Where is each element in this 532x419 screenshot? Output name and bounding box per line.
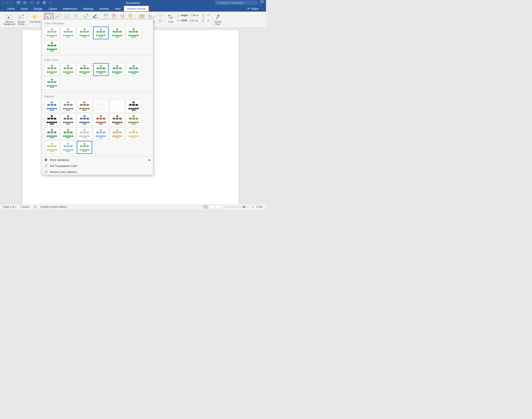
saturation-thumb[interactable] bbox=[44, 40, 59, 53]
wrap-text-button[interactable]: ▾ bbox=[111, 13, 118, 19]
picture-color-options-item[interactable]: Picture Color Options... bbox=[42, 169, 153, 175]
tone-thumb[interactable] bbox=[61, 63, 76, 76]
change-picture-button[interactable]: Change Picture bbox=[17, 13, 26, 26]
saturation-thumb[interactable] bbox=[61, 27, 76, 39]
tab-review[interactable]: Review bbox=[97, 6, 112, 12]
search-input[interactable]: Search in Document bbox=[215, 1, 258, 5]
rotate-button[interactable]: ▾ bbox=[157, 19, 164, 23]
tone-thumb[interactable] bbox=[126, 63, 141, 76]
artistic-effects-button[interactable]: ▾ bbox=[54, 13, 63, 19]
recolor-thumb[interactable] bbox=[77, 127, 92, 140]
format-pane-button[interactable]: Format Pane bbox=[214, 13, 222, 26]
zoom-slider[interactable] bbox=[228, 207, 249, 207]
zoom-out-button[interactable]: − bbox=[222, 205, 226, 209]
recolor-thumb[interactable] bbox=[44, 114, 59, 126]
crop-button[interactable]: ▾ Crop bbox=[167, 13, 175, 24]
maximize-window-button[interactable] bbox=[10, 2, 12, 4]
svg-point-29 bbox=[49, 15, 50, 16]
corrections-button[interactable]: ▾ Corrections bbox=[29, 13, 41, 24]
tab-home[interactable]: Home bbox=[4, 6, 18, 12]
autosave-icon[interactable] bbox=[17, 1, 20, 5]
page-indicator[interactable]: Page 1 of 1 bbox=[3, 205, 16, 209]
group-button[interactable]: ▾ bbox=[157, 14, 164, 18]
svg-rect-454 bbox=[67, 129, 69, 131]
svg-rect-450 bbox=[53, 135, 55, 137]
set-transparent-color-item[interactable]: Set Transparent Color bbox=[42, 163, 153, 169]
recolor-thumb[interactable] bbox=[93, 100, 108, 112]
language-indicator[interactable]: English (United States) bbox=[40, 205, 67, 209]
recolor-thumb[interactable] bbox=[44, 141, 59, 154]
customize-qat-icon[interactable]: ▾ bbox=[49, 1, 53, 5]
height-input[interactable] bbox=[189, 13, 201, 17]
print-layout-view-button[interactable] bbox=[203, 205, 208, 209]
recolor-thumb[interactable] bbox=[61, 141, 76, 154]
picture-border-button[interactable]: ▾ bbox=[91, 13, 100, 19]
tone-thumb[interactable] bbox=[44, 63, 59, 76]
tab-mailings[interactable]: Mailings bbox=[80, 6, 97, 12]
undo-icon[interactable]: ▾ bbox=[29, 1, 33, 5]
word-count[interactable]: 3 words bbox=[20, 205, 29, 209]
recolor-thumb[interactable] bbox=[126, 114, 141, 126]
recolor-thumb[interactable] bbox=[77, 141, 92, 154]
print-icon[interactable] bbox=[42, 1, 46, 5]
recolor-thumb[interactable] bbox=[44, 127, 59, 140]
user-account-button[interactable]: ▾ bbox=[260, 0, 264, 6]
saturation-thumb[interactable] bbox=[44, 27, 59, 39]
recolor-thumb[interactable] bbox=[126, 100, 141, 112]
recolor-thumb[interactable] bbox=[93, 114, 108, 126]
saturation-thumb[interactable] bbox=[126, 27, 141, 39]
remove-background-button[interactable]: Remove Background bbox=[3, 13, 16, 26]
tone-thumb[interactable] bbox=[110, 63, 125, 76]
saturation-thumb[interactable] bbox=[110, 27, 125, 39]
saturation-thumb[interactable] bbox=[93, 27, 108, 39]
width-spinner[interactable]: ▴▾ bbox=[202, 18, 205, 22]
zoom-in-button[interactable]: + bbox=[251, 205, 254, 209]
recolor-thumb[interactable] bbox=[61, 100, 76, 112]
tab-view[interactable]: View bbox=[112, 6, 124, 12]
save-icon[interactable] bbox=[23, 1, 27, 5]
width-input[interactable] bbox=[189, 18, 201, 22]
recolor-thumb[interactable] bbox=[110, 114, 125, 126]
recolor-thumb[interactable] bbox=[77, 114, 92, 126]
tab-layout[interactable]: Layout bbox=[46, 6, 60, 12]
recolor-thumb[interactable] bbox=[44, 100, 59, 112]
close-window-button[interactable] bbox=[2, 2, 4, 4]
saturation-thumb[interactable] bbox=[77, 27, 92, 39]
tab-design[interactable]: Design bbox=[31, 6, 45, 12]
svg-rect-120 bbox=[100, 31, 102, 32]
recolor-thumb[interactable] bbox=[110, 100, 125, 112]
tab-picture-format[interactable]: Picture Format bbox=[124, 6, 149, 12]
svg-rect-4 bbox=[43, 1, 45, 2]
compress-pictures-button[interactable] bbox=[72, 13, 79, 19]
svg-rect-372 bbox=[67, 118, 69, 119]
lock-check-icon[interactable] bbox=[207, 19, 209, 22]
recolor-thumb[interactable] bbox=[110, 127, 125, 140]
height-spinner[interactable]: ▴▾ bbox=[202, 13, 205, 17]
share-button[interactable]: Share ⌃ bbox=[244, 7, 266, 10]
recolor-thumb[interactable] bbox=[77, 100, 92, 112]
lock-aspect-icon[interactable] bbox=[207, 14, 210, 17]
recolor-thumb[interactable] bbox=[61, 127, 76, 140]
tab-insert[interactable]: Insert bbox=[18, 6, 31, 12]
tone-thumb[interactable] bbox=[93, 63, 108, 76]
tone-thumb[interactable] bbox=[44, 77, 59, 90]
position-button[interactable]: ▾ bbox=[103, 13, 110, 19]
svg-rect-356 bbox=[51, 115, 53, 117]
tone-thumb[interactable] bbox=[77, 63, 92, 76]
tab-references[interactable]: References bbox=[60, 6, 80, 12]
recolor-thumb[interactable] bbox=[93, 127, 108, 140]
web-layout-view-button[interactable] bbox=[210, 205, 214, 209]
zoom-level[interactable]: 170% bbox=[256, 205, 263, 209]
svg-rect-228 bbox=[99, 73, 101, 74]
more-variations-item[interactable]: More Variations ▶ bbox=[42, 157, 153, 163]
spellcheck-icon[interactable] bbox=[33, 205, 37, 209]
picture-styles-button[interactable]: ▾ bbox=[82, 13, 91, 19]
focus-view-button[interactable] bbox=[216, 205, 221, 209]
transparency-button[interactable]: ▾ bbox=[63, 13, 72, 19]
redo-icon[interactable] bbox=[36, 1, 40, 5]
color-button[interactable]: ▾ bbox=[44, 13, 53, 20]
recolor-thumb[interactable] bbox=[126, 127, 141, 140]
bring-forward-button[interactable]: ▾ bbox=[119, 13, 127, 19]
recolor-thumb[interactable] bbox=[61, 114, 76, 126]
minimize-window-button[interactable] bbox=[6, 2, 8, 4]
